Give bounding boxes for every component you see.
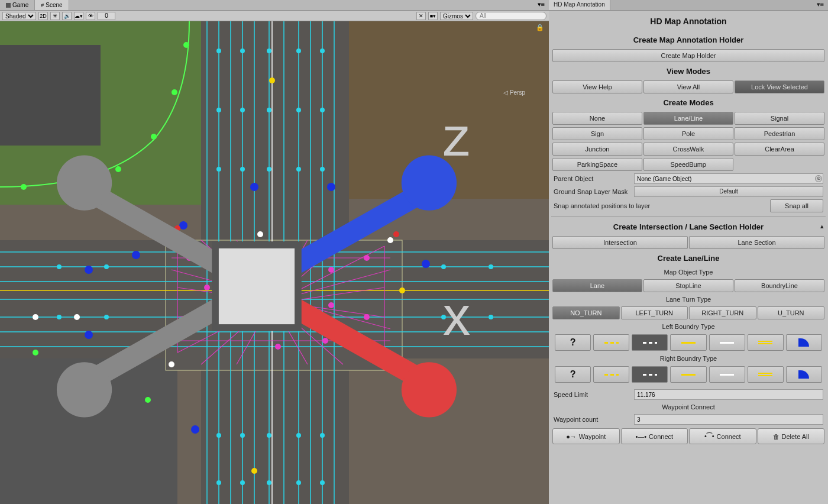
turn-u-button[interactable]: U_TURN bbox=[758, 306, 825, 319]
objtype-boundary-button[interactable]: BoundryLine bbox=[735, 279, 824, 292]
lb-doubley-button[interactable] bbox=[748, 334, 784, 351]
waypoint-button[interactable]: ●→Waypoint bbox=[552, 428, 620, 444]
intersection-heading: Create Intersection / Lane Section Holde… bbox=[549, 219, 828, 235]
wpconnect-label: Waypoint Connect bbox=[549, 401, 828, 413]
wpcount-label: Waypoint count bbox=[554, 416, 630, 423]
lane-section-button[interactable]: Lane Section bbox=[689, 236, 824, 249]
snap-label: Snap annotated positions to layer bbox=[554, 202, 766, 209]
tool-icon[interactable]: ✕ bbox=[416, 12, 426, 20]
lb-dashy-button[interactable] bbox=[593, 334, 629, 351]
mode-sign-button[interactable]: Sign bbox=[552, 127, 642, 140]
mode-junction-button[interactable]: Junction bbox=[552, 143, 642, 156]
leftbound-label: Left Boundry Type bbox=[549, 321, 828, 332]
objtype-stop-button[interactable]: StopLine bbox=[643, 279, 733, 292]
lb-curb-button[interactable] bbox=[786, 334, 822, 351]
rb-solidy-button[interactable] bbox=[670, 366, 706, 383]
panel-title: HD Map Annotation bbox=[549, 11, 828, 32]
svg-text:x: x bbox=[443, 285, 471, 347]
mode-speedbump-button[interactable]: SpeedBump bbox=[643, 158, 733, 171]
svg-point-133 bbox=[57, 362, 112, 417]
waypoint-icon: ●→ bbox=[566, 433, 577, 440]
object-picker-icon[interactable]: ⊙ bbox=[815, 175, 822, 182]
rightbound-label: Right Boundry Type bbox=[549, 353, 828, 364]
lb-unknown-button[interactable]: ? bbox=[555, 334, 591, 351]
tab-hdmap[interactable]: HD Map Annotation bbox=[549, 0, 610, 10]
mode-pole-button[interactable]: Pole bbox=[643, 127, 733, 140]
viewport[interactable]: xz ◁ Persp 🔒 bbox=[0, 21, 549, 504]
turntype-label: Lane Turn Type bbox=[549, 293, 828, 305]
audio-toggle[interactable]: 🔊 bbox=[62, 12, 72, 20]
svg-rect-134 bbox=[215, 245, 298, 328]
parent-object-field[interactable] bbox=[634, 173, 823, 184]
connect-curve-icon: •⁀• bbox=[704, 432, 714, 440]
collapse-icon[interactable]: ▴ bbox=[819, 222, 826, 230]
hidden-toggle[interactable]: 👁 bbox=[86, 12, 95, 20]
inspector-menu-icon[interactable]: ▾≡ bbox=[815, 1, 826, 8]
mode-lane-button[interactable]: Lane/Line bbox=[643, 112, 733, 125]
mode-none-button[interactable]: None bbox=[552, 112, 642, 125]
connect-line-icon: •—• bbox=[635, 433, 646, 440]
createmodes-heading: Create Modes bbox=[549, 95, 828, 111]
lb-solidw-button[interactable] bbox=[709, 334, 745, 351]
connect-straight-button[interactable]: •—•Connect bbox=[621, 428, 688, 444]
turn-left-button[interactable]: LEFT_TURN bbox=[621, 306, 688, 319]
holder-heading: Create Map Annotation Holder bbox=[549, 32, 828, 48]
view-help-button[interactable]: View Help bbox=[552, 80, 642, 93]
rb-doubley-button[interactable] bbox=[748, 366, 784, 383]
view-all-button[interactable]: View All bbox=[643, 80, 733, 93]
speed-limit-field[interactable] bbox=[634, 389, 823, 400]
panel-menu-icon[interactable]: ▾≡ bbox=[536, 1, 546, 8]
trash-icon: 🗑 bbox=[773, 433, 780, 440]
inspector-panel: HD Map Annotation ▾≡ HD Map Annotation C… bbox=[549, 0, 828, 504]
rb-dashy-button[interactable] bbox=[593, 366, 629, 383]
objtype-lane-button[interactable]: Lane bbox=[552, 279, 642, 292]
search-input[interactable] bbox=[476, 12, 546, 20]
svg-point-131 bbox=[57, 156, 112, 211]
rb-dashw-button[interactable] bbox=[632, 366, 668, 383]
svg-text:z: z bbox=[443, 106, 471, 167]
snap-all-button[interactable]: Snap all bbox=[770, 199, 823, 212]
scene-panel: Game #Scene ▾≡ Shaded 2D ☀ 🔊 ☁▾ 👁 0 ✕ ■▾… bbox=[0, 0, 549, 504]
lb-solidy-button[interactable] bbox=[670, 334, 706, 351]
rb-curb-button[interactable] bbox=[786, 366, 822, 383]
intersection-button[interactable]: Intersection bbox=[552, 236, 688, 249]
mask-label: Ground Snap Layer Mask bbox=[554, 188, 630, 195]
createlane-heading: Create Lane/Line bbox=[549, 250, 828, 266]
tab-scene[interactable]: #Scene bbox=[35, 0, 69, 10]
fx-toggle[interactable]: ☁▾ bbox=[74, 12, 83, 20]
persp-label[interactable]: ◁ Persp bbox=[503, 89, 525, 96]
tab-game[interactable]: Game bbox=[0, 0, 35, 10]
turn-right-button[interactable]: RIGHT_TURN bbox=[689, 306, 756, 319]
rb-solidw-button[interactable] bbox=[709, 366, 745, 383]
create-map-holder-button[interactable]: Create Map Holder bbox=[552, 49, 824, 62]
waypoint-count-field[interactable] bbox=[634, 414, 823, 425]
hidden-count: 0 bbox=[98, 12, 115, 20]
orientation-gizmo[interactable]: xz bbox=[0, 45, 531, 504]
lock-icon[interactable]: 🔒 bbox=[536, 24, 544, 31]
gizmos-dropdown[interactable]: Gizmos bbox=[440, 12, 473, 20]
mode-2d-toggle[interactable]: 2D bbox=[38, 12, 48, 20]
mode-ped-button[interactable]: Pedestrian bbox=[735, 127, 824, 140]
scene-toolbar: Shaded 2D ☀ 🔊 ☁▾ 👁 0 ✕ ■▾ Gizmos bbox=[0, 11, 549, 21]
mode-signal-button[interactable]: Signal bbox=[735, 112, 824, 125]
turn-none-button[interactable]: NO_TURN bbox=[552, 306, 620, 319]
layer-mask-dropdown[interactable]: Default bbox=[634, 186, 823, 197]
lighting-toggle[interactable]: ☀ bbox=[50, 12, 60, 20]
mode-clear-button[interactable]: ClearArea bbox=[735, 143, 824, 156]
viewmodes-heading: View Modes bbox=[549, 63, 828, 79]
mode-crosswalk-button[interactable]: CrossWalk bbox=[643, 143, 733, 156]
lb-dashw-button[interactable] bbox=[632, 334, 668, 351]
speed-label: Speed Limit bbox=[554, 391, 630, 398]
objtype-label: Map Object Type bbox=[549, 266, 828, 278]
delete-all-button[interactable]: 🗑Delete All bbox=[758, 428, 825, 444]
shading-dropdown[interactable]: Shaded bbox=[2, 12, 36, 20]
rb-unknown-button[interactable]: ? bbox=[555, 366, 591, 383]
lock-view-button[interactable]: Lock View Selected bbox=[735, 80, 824, 93]
camera-icon[interactable]: ■▾ bbox=[428, 12, 438, 20]
mode-parking-button[interactable]: ParkingSpace bbox=[552, 158, 642, 171]
svg-point-127 bbox=[402, 362, 457, 417]
parent-label: Parent Object bbox=[554, 175, 630, 182]
connect-curve-button[interactable]: •⁀•Connect bbox=[689, 428, 756, 444]
scene-tabs: Game #Scene ▾≡ bbox=[0, 0, 549, 11]
